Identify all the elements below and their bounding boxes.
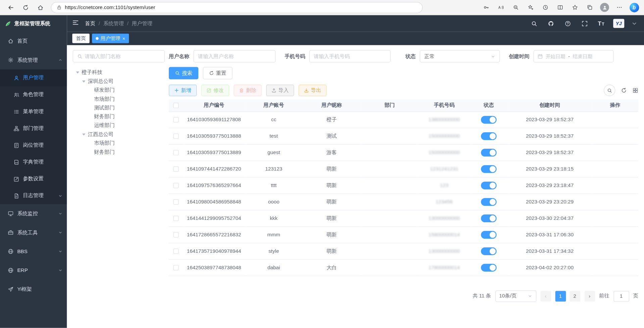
export-button[interactable]: 导出 [299, 85, 327, 96]
tab-close-icon[interactable]: × [122, 36, 126, 41]
status-toggle[interactable] [481, 264, 497, 271]
read-aloud-button[interactable]: A [496, 2, 506, 12]
page-button-1[interactable]: 1 [555, 291, 566, 301]
delete-button[interactable]: 删除 [234, 85, 261, 96]
collapse-sidebar-button[interactable] [72, 19, 79, 28]
row-checkbox[interactable] [173, 150, 179, 155]
row-checkbox[interactable] [173, 232, 179, 238]
sidebar-item-erp[interactable]: ERP [0, 261, 67, 280]
sidebar-item-dict[interactable]: 字典管理 [0, 154, 67, 171]
prev-page-button[interactable]: ‹ [540, 291, 551, 301]
password-key-button[interactable] [481, 2, 491, 12]
page-size-select[interactable]: 10条/页 [495, 290, 536, 302]
status-toggle[interactable] [481, 116, 497, 124]
status-toggle[interactable] [481, 181, 497, 189]
user-avatar-logo[interactable]: YJ [613, 19, 624, 28]
app-logo[interactable]: 意框架管理系统 [0, 15, 67, 32]
header-search-button[interactable] [529, 18, 539, 28]
sidebar-item-monitor[interactable]: 系统监控 [0, 204, 67, 223]
status-toggle[interactable] [481, 198, 497, 205]
tree-expand-caret-icon[interactable] [76, 72, 79, 74]
status-toggle[interactable] [481, 247, 497, 255]
status-toggle[interactable] [481, 132, 497, 140]
date-range-picker[interactable]: 开始日期 - 结束日期 [534, 50, 614, 62]
tree-node-运维部门[interactable]: 运维部门 [73, 121, 165, 130]
copilot-button[interactable]: b [629, 2, 639, 12]
github-button[interactable] [546, 18, 555, 28]
tab-用户管理[interactable]: 用户管理× [92, 34, 129, 43]
address-bar[interactable]: https://ccnetcore.com:1101/system/user [51, 2, 423, 13]
refresh-table-button[interactable] [621, 88, 627, 93]
collections-button[interactable] [585, 2, 595, 12]
phone-input[interactable] [314, 53, 386, 59]
edit-button[interactable]: 修改 [201, 85, 229, 96]
tree-node-研发部门[interactable]: 研发部门 [73, 86, 165, 95]
status-toggle[interactable] [481, 231, 497, 238]
favorites-button[interactable] [570, 2, 580, 12]
row-checkbox[interactable] [173, 216, 179, 221]
column-settings-button[interactable] [633, 88, 638, 93]
row-checkbox[interactable] [173, 265, 179, 270]
sidebar-item-user[interactable]: 用户管理 [0, 69, 67, 86]
status-toggle[interactable] [481, 165, 497, 173]
sidebar-item-home[interactable]: 首页 [0, 32, 67, 50]
sidebar-item-yiframe[interactable]: Yi框架 [0, 280, 67, 298]
sidebar-item-tools[interactable]: 系统工具 [0, 223, 67, 242]
search-button[interactable]: 搜索 [169, 67, 198, 79]
status-select[interactable]: 正常 [420, 50, 500, 62]
username-input[interactable] [198, 53, 271, 59]
next-page-button[interactable]: › [584, 291, 595, 301]
page-button-2[interactable]: 2 [569, 291, 580, 301]
tree-expand-caret-icon[interactable] [82, 133, 86, 135]
sidebar-item-param[interactable]: 参数设置 [0, 171, 67, 187]
tree-node-市场部门[interactable]: 市场部门 [73, 139, 165, 148]
tree-node-橙子科技[interactable]: 橙子科技 [73, 68, 165, 77]
tree-node-市场部门[interactable]: 市场部门 [73, 95, 165, 103]
tree-node-财务部门[interactable]: 财务部门 [73, 148, 165, 156]
split-screen-button[interactable] [555, 2, 565, 12]
add-button[interactable]: 新增 [169, 85, 197, 96]
import-button[interactable]: 导入 [266, 85, 294, 96]
tree-node-江西总公司[interactable]: 江西总公司 [73, 130, 165, 139]
sidebar-item-system[interactable]: 系统管理 [0, 51, 67, 69]
row-checkbox[interactable] [173, 134, 179, 139]
sidebar-item-log[interactable]: 日志管理 [0, 187, 67, 204]
cell-account: tttt [245, 177, 303, 193]
row-checkbox[interactable] [173, 167, 179, 172]
profile-button[interactable] [600, 2, 609, 12]
reset-button[interactable]: 重置 [203, 67, 233, 79]
sidebar-item-menu[interactable]: 菜单管理 [0, 103, 67, 120]
font-size-button[interactable]: TT [596, 18, 606, 28]
browser-refresh-button[interactable] [20, 2, 31, 13]
dept-search-input[interactable] [85, 53, 160, 59]
avatar-caret-icon[interactable] [631, 20, 637, 27]
select-all-checkbox[interactable] [173, 103, 179, 108]
row-checkbox[interactable] [173, 117, 179, 123]
browser-settings-button[interactable] [614, 2, 624, 12]
row-checkbox[interactable] [173, 199, 179, 205]
sidebar-item-bbs[interactable]: BBS [0, 242, 67, 261]
row-checkbox[interactable] [173, 249, 179, 254]
tab-首页[interactable]: 首页 [72, 34, 89, 43]
tree-expand-caret-icon[interactable] [82, 81, 86, 83]
status-toggle[interactable] [481, 148, 497, 156]
browser-back-button[interactable] [5, 2, 16, 13]
tree-node-财务部门[interactable]: 财务部门 [73, 112, 165, 121]
add-favorite-button[interactable] [526, 2, 536, 12]
status-toggle[interactable] [481, 214, 497, 222]
history-button[interactable] [541, 2, 550, 12]
help-button[interactable] [563, 18, 573, 28]
breadcrumb-item[interactable]: 系统管理 [103, 20, 124, 27]
tree-node-测试部门[interactable]: 测试部门 [73, 103, 165, 112]
zoom-button[interactable] [511, 2, 521, 12]
tree-node-深圳总公司[interactable]: 深圳总公司 [73, 77, 165, 86]
sidebar-item-post[interactable]: 岗位管理 [0, 137, 67, 154]
sidebar-item-role[interactable]: 角色管理 [0, 86, 67, 103]
row-checkbox[interactable] [173, 183, 179, 188]
fullscreen-button[interactable] [580, 18, 589, 28]
goto-page-input[interactable] [613, 291, 629, 301]
browser-home-button[interactable] [35, 2, 46, 13]
sidebar-item-dept[interactable]: 部门管理 [0, 120, 67, 137]
toggle-search-button[interactable] [604, 85, 615, 96]
breadcrumb-item[interactable]: 首页 [85, 20, 95, 27]
